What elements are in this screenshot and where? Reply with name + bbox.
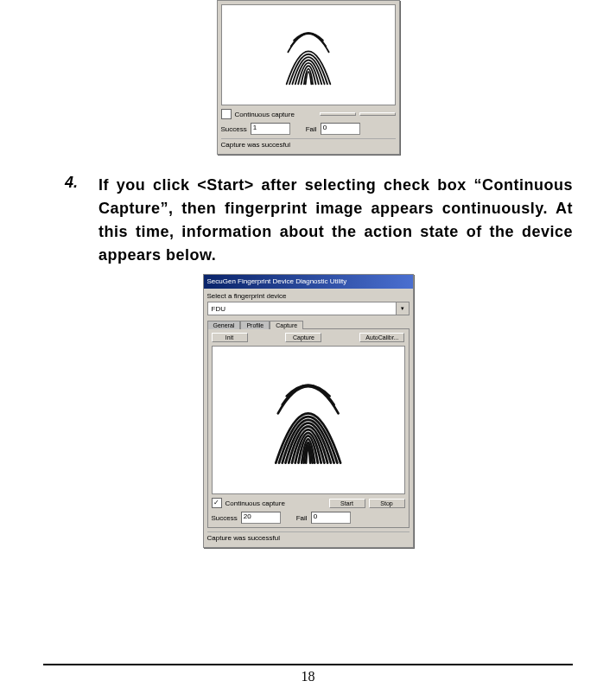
fail-field-bottom[interactable]: 0 — [311, 512, 351, 524]
status-text-bottom: Capture was successful — [207, 531, 410, 544]
fingerprint-image-top — [221, 4, 396, 105]
success-field-top[interactable]: 1 — [251, 123, 290, 135]
continuous-capture-checkbox-bottom[interactable]: ✓ — [212, 498, 222, 508]
fingerprint-image-bottom — [212, 346, 405, 494]
tab-general[interactable]: General — [207, 321, 241, 329]
fail-field-top[interactable]: 0 — [321, 123, 360, 135]
start-button[interactable]: Start — [329, 499, 365, 508]
empty-button-b[interactable] — [359, 112, 396, 116]
success-label-top: Success — [221, 125, 247, 133]
stop-button[interactable]: Stop — [369, 499, 405, 508]
autocalibrate-button[interactable]: AutoCalibr... — [359, 333, 404, 342]
fail-label-top: Fail — [306, 125, 317, 133]
screenshot-dialog-bottom: SecuGen Fingerprint Device Diagnostic Ut… — [203, 274, 414, 548]
footer-rule — [43, 664, 573, 665]
fingerprint-icon — [232, 11, 384, 99]
success-field-bottom[interactable]: 20 — [241, 512, 281, 524]
empty-button-a[interactable] — [320, 112, 356, 116]
tab-profile[interactable]: Profile — [240, 321, 270, 329]
continuous-capture-checkbox-top[interactable] — [221, 109, 232, 119]
dialog-titlebar: SecuGen Fingerprint Device Diagnostic Ut… — [204, 275, 413, 289]
status-text-top: Capture was succesful — [221, 138, 396, 150]
continuous-capture-label-bottom: Continuous capture — [225, 500, 285, 507]
fail-label-bottom: Fail — [296, 514, 308, 522]
tab-capture[interactable]: Capture — [270, 321, 303, 329]
success-label-bottom: Success — [212, 514, 238, 522]
screenshot-dialog-top: Continuous capture Success 1 Fail 0 Capt… — [217, 0, 400, 155]
step-number: 4. — [43, 174, 78, 267]
device-select[interactable]: FDU ▾ — [207, 302, 410, 315]
fingerprint-icon — [224, 355, 392, 485]
capture-button[interactable]: Capture — [285, 333, 321, 342]
select-label: Select a fingerprint device — [207, 292, 410, 300]
init-button[interactable]: Init — [212, 333, 248, 342]
chevron-down-icon: ▾ — [396, 302, 409, 315]
continuous-capture-label-top: Continuous capture — [235, 111, 295, 118]
page-number: 18 — [43, 669, 573, 684]
step-text: If you click <Start> after selecting che… — [98, 174, 573, 267]
device-select-value: FDU — [212, 305, 225, 313]
